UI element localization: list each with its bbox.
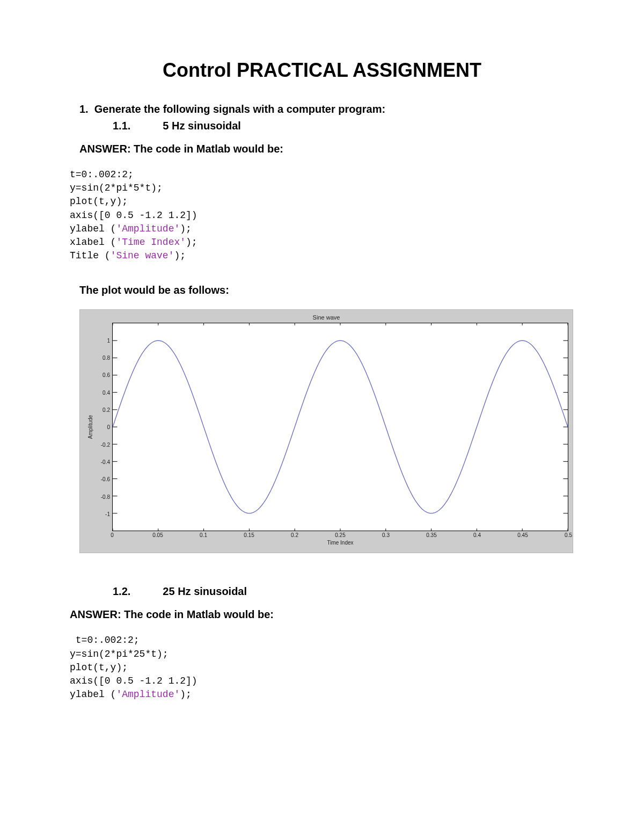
subquestion-number: 1.1. [113, 120, 145, 132]
code-block-2: t=0:.002:2; y=sin(2*pi*25*t); plot(t,y);… [70, 634, 574, 701]
x-tick-label: 0.5 [565, 532, 572, 538]
x-tick-label: 0.35 [426, 532, 436, 538]
x-ticks: 00.050.10.150.20.250.30.350.40.450.5 [112, 531, 568, 540]
y-ticks: -1-0.8-0.6-0.4-0.200.20.40.60.81 [96, 323, 112, 531]
question-1-2: 1.2. 25 Hz sinusoidal [113, 585, 574, 598]
x-tick-label: 0.2 [291, 532, 298, 538]
page-title: Control PRACTICAL ASSIGNMENT [70, 59, 574, 82]
plot-area [112, 323, 568, 531]
x-tick-label: 0.3 [382, 532, 390, 538]
x-tick-label: 0.15 [244, 532, 254, 538]
ylabel-cell: Amplitude [84, 323, 96, 531]
x-axis-label: Time Index [112, 540, 568, 548]
y-tick-label: 0.6 [103, 372, 110, 378]
x-tick-label: 0.25 [335, 532, 345, 538]
answer-label-1: ANSWER: The code in Matlab would be: [79, 143, 574, 155]
y-tick-label: -0.2 [101, 441, 110, 447]
y-tick-label: -1 [105, 511, 110, 517]
answer-label-2: ANSWER: The code in Matlab would be: [70, 608, 574, 621]
x-tick-label: 0.4 [473, 532, 481, 538]
document-page: Control PRACTICAL ASSIGNMENT 1. Generate… [0, 0, 644, 755]
matlab-figure: Sine wave Amplitude -1-0.8-0.6-0.4-0.200… [79, 309, 573, 553]
subquestion-number: 1.2. [113, 585, 145, 598]
y-tick-label: 0.2 [103, 407, 110, 412]
y-axis-label: Amplitude [87, 415, 93, 439]
y-tick-label: 1 [107, 337, 110, 343]
question-1-1: 1.1. 5 Hz sinusoidal [113, 120, 574, 132]
chart-svg [113, 323, 568, 531]
y-tick-label: -0.6 [101, 476, 110, 482]
subquestion-label: 5 Hz sinusoidal [163, 120, 241, 132]
y-tick-label: 0 [107, 424, 110, 430]
chart-title: Sine wave [84, 313, 568, 323]
question-text: Generate the following signals with a co… [94, 103, 385, 115]
y-tick-label: -0.4 [101, 459, 110, 465]
y-tick-label: -0.8 [101, 494, 110, 499]
y-tick-label: 0.8 [103, 354, 110, 360]
y-tick-label: 0.4 [103, 389, 110, 395]
subquestion-label: 25 Hz sinusoidal [163, 585, 247, 597]
x-tick-label: 0.05 [152, 532, 163, 538]
code-block-1: t=0:.002:2; y=sin(2*pi*5*t); plot(t,y); … [70, 168, 574, 263]
x-tick-label: 0.1 [200, 532, 207, 538]
question-number: 1. [79, 103, 89, 115]
plot-intro: The plot would be as follows: [79, 284, 574, 296]
x-tick-label: 0.45 [517, 532, 528, 538]
x-tick-label: 0 [111, 532, 114, 538]
chart-grid: Amplitude -1-0.8-0.6-0.4-0.200.20.40.60.… [84, 323, 568, 548]
question-1: 1. Generate the following signals with a… [79, 103, 574, 115]
